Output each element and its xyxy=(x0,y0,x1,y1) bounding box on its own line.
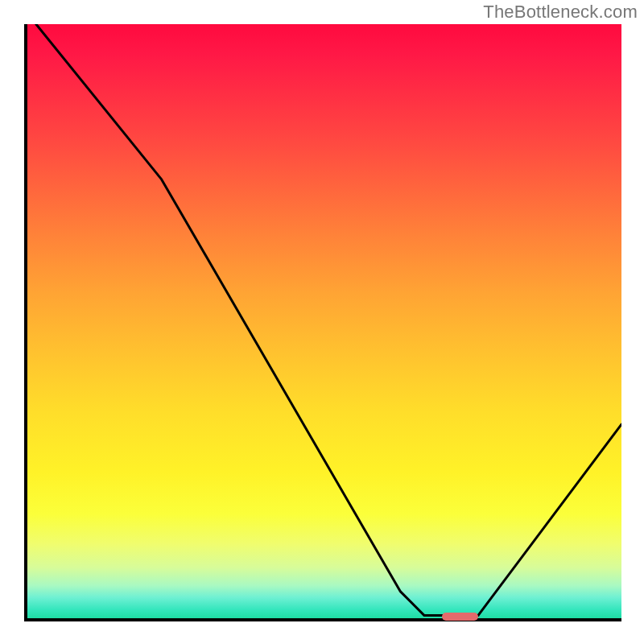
curve-layer xyxy=(24,24,621,621)
bottleneck-curve xyxy=(36,24,621,616)
plot-area xyxy=(24,24,621,621)
chart-container: TheBottleneck.com xyxy=(0,0,644,644)
optimum-marker xyxy=(442,613,478,621)
watermark-text: TheBottleneck.com xyxy=(483,2,638,23)
